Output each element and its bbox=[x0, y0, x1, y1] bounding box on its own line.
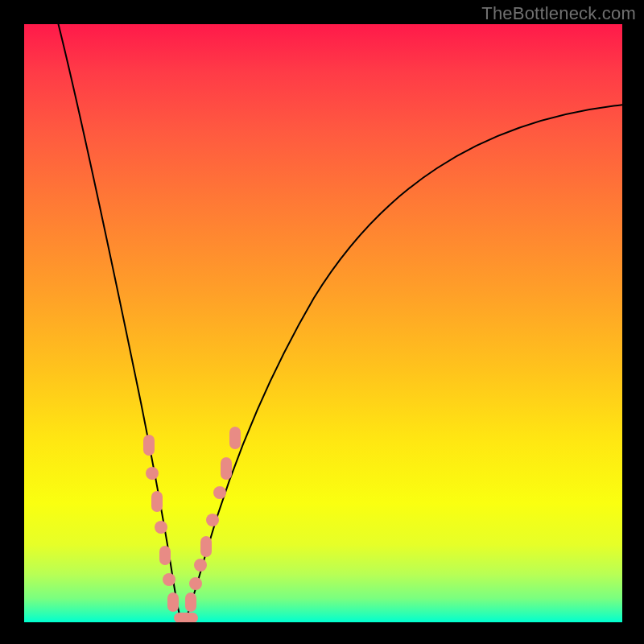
marker-dot bbox=[143, 435, 155, 456]
marker-dot bbox=[174, 613, 198, 622]
marker-dot bbox=[146, 467, 159, 480]
marker-dot bbox=[167, 592, 179, 612]
marker-dot bbox=[200, 536, 212, 557]
watermark-text: TheBottleneck.com bbox=[481, 3, 636, 24]
marker-dot bbox=[194, 559, 207, 572]
plot-area bbox=[24, 24, 622, 622]
marker-dot bbox=[189, 577, 202, 590]
curve-right-branch bbox=[185, 105, 622, 621]
marker-dot bbox=[155, 521, 167, 534]
marker-dot bbox=[163, 573, 175, 586]
marker-dot bbox=[229, 427, 241, 449]
marker-dot bbox=[159, 546, 171, 565]
chart-frame: TheBottleneck.com bbox=[0, 0, 644, 644]
marker-dot bbox=[221, 457, 232, 480]
marker-dot bbox=[151, 491, 163, 512]
marker-dot bbox=[213, 486, 226, 499]
marker-dot bbox=[206, 514, 219, 526]
marker-dot bbox=[185, 592, 196, 612]
chart-svg bbox=[24, 24, 622, 622]
